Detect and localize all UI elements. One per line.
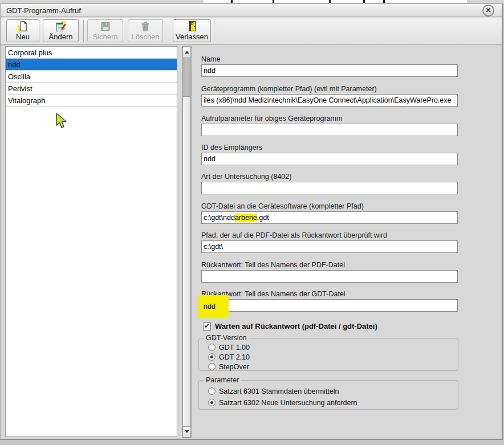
list-item-oscilla[interactable]: Oscilla <box>6 71 177 83</box>
list-item-label: Vitalograph <box>8 96 46 105</box>
gdt-version-group-title: GDT-Version <box>204 334 249 342</box>
window-title: GDT-Programm-Aufruf <box>6 6 81 15</box>
radio-label: Satzart 6302 Neue Untersuchung anfordern <box>219 399 357 407</box>
receiver-id-label: ID des Empfängers <box>201 144 262 152</box>
title-bar[interactable]: GDT-Programm-Aufruf ✕ <box>1 4 502 17</box>
radio-stepover[interactable]: StepOver <box>208 362 249 371</box>
device-list: Corporal plus ndd Oscilla Perivist Vital… <box>5 46 177 437</box>
gdt-name-part-label: Rückantwort: Teil des Namens der GDT-Dat… <box>201 290 346 298</box>
exit-button-label: Verlassen <box>176 32 208 41</box>
new-button-label: Neu <box>16 32 30 41</box>
edit-icon <box>55 21 67 32</box>
list-item-label: Corporal plus <box>8 48 52 57</box>
radio-gdt-2-10[interactable]: GDT 2.10 <box>208 353 250 361</box>
list-item-vitalograph[interactable]: Vitalograph <box>6 95 177 107</box>
background-text-fragment <box>363 0 365 3</box>
pdf-check-path-label: Pfad, der auf die PDF-Datei als Rückantw… <box>201 231 387 239</box>
save-button-label: Sichern <box>92 32 117 41</box>
exit-button[interactable]: Verlassen <box>173 19 211 42</box>
list-item-label: ndd <box>8 60 21 69</box>
list-item-label: Oscilla <box>8 72 30 81</box>
radio-gdt-1-00[interactable]: GDT 1.00 <box>208 343 250 352</box>
scroll-up-button[interactable] <box>182 47 191 58</box>
list-item-ndd[interactable]: ndd <box>6 59 177 71</box>
list-scrollbar[interactable] <box>182 46 192 438</box>
trash-icon <box>139 21 152 32</box>
parameter-group-title: Parameter <box>204 376 241 384</box>
call-parameter-input[interactable] <box>201 124 458 136</box>
gdt-file-value-end: .gdt <box>257 214 269 222</box>
close-button[interactable]: ✕ <box>482 5 494 17</box>
save-button[interactable]: Sichern <box>87 19 123 42</box>
pdf-name-part-input[interactable] <box>201 270 458 283</box>
close-icon: ✕ <box>485 6 491 14</box>
background-text-fragment <box>383 0 385 3</box>
gdt-version-group: GDT-Version GDT 1.00 GDT 2.10 StepOver <box>198 338 458 371</box>
radio-button[interactable] <box>208 387 216 395</box>
floppy-disk-icon <box>99 21 112 32</box>
gdt-file-input[interactable]: c:\gdt\nddarbene.gdt <box>201 211 458 224</box>
radio-button[interactable] <box>208 353 216 361</box>
background-text-fragment <box>231 0 233 3</box>
change-button-label: Ändern <box>49 32 73 41</box>
name-label: Name <box>201 55 220 63</box>
program-path-input[interactable] <box>201 94 458 107</box>
pdf-check-path-input[interactable] <box>201 240 458 253</box>
exam-type-input[interactable] <box>201 182 458 194</box>
gdt-name-part-input[interactable] <box>201 299 458 312</box>
exam-type-label: Art der Untersuchung (8402) <box>201 173 291 181</box>
toolbar-divider <box>83 20 84 42</box>
background-text-fragment <box>329 0 331 3</box>
receiver-id-input[interactable] <box>201 153 458 165</box>
scrollbar-thumb[interactable] <box>182 96 191 427</box>
radio-button[interactable] <box>208 399 216 406</box>
radio-satzart-6302[interactable]: Satzart 6302 Neue Untersuchung anfordern <box>208 398 357 407</box>
call-parameter-label: Aufrufparameter für obiges Geräteprogram… <box>201 115 342 123</box>
name-input[interactable] <box>201 64 458 77</box>
list-item-corporal-plus[interactable]: Corporal plus <box>6 47 177 59</box>
arrow-up-icon <box>185 51 189 54</box>
wait-checkbox-row[interactable]: Warten auf Rückantwort (pdf-Datei / gdt-… <box>203 322 377 330</box>
radio-satzart-6301[interactable]: Satzart 6301 Stammdaten übermitteln <box>208 387 339 395</box>
delete-button[interactable]: Löschen <box>128 19 163 42</box>
gdt-file-value-start: c:\gdt\ndd <box>204 214 235 222</box>
delete-button-label: Löschen <box>131 32 159 41</box>
toolbar: Neu <box>1 18 502 44</box>
parameter-group: Parameter Satzart 6301 Stammdaten übermi… <box>198 380 458 410</box>
wait-checkbox[interactable] <box>203 322 211 330</box>
list-item-perivist[interactable]: Perivist <box>6 83 177 95</box>
radio-label: Satzart 6301 Stammdaten übermitteln <box>219 387 339 395</box>
list-item-label: Perivist <box>8 84 32 93</box>
arrow-down-icon <box>185 430 189 433</box>
exit-door-icon <box>186 21 198 32</box>
new-document-icon <box>17 21 29 32</box>
radio-label: GDT 1.00 <box>219 344 250 352</box>
screen: GDT-Programm-Aufruf ✕ <box>0 0 504 445</box>
gdt-program-call-dialog: GDT-Programm-Aufruf ✕ <box>0 3 503 440</box>
radio-button[interactable] <box>208 344 216 351</box>
radio-label: StepOver <box>219 363 249 371</box>
pdf-name-part-label: Rückantwort: Teil des Namens der PDF-Dat… <box>201 261 345 269</box>
toolbar-divider <box>214 20 214 42</box>
change-button[interactable]: Ändern <box>43 19 79 42</box>
new-button[interactable]: Neu <box>6 19 39 42</box>
background-text-fragment <box>273 0 274 3</box>
gdt-file-label: GDT-Datei an die Gerätesoftware (komplet… <box>201 202 364 210</box>
wait-checkbox-label: Warten auf Rückantwort (pdf-Datei / gdt-… <box>215 322 377 330</box>
radio-button[interactable] <box>208 363 216 370</box>
program-path-label: Geräteprogramm (kompletter Pfad) (evtl m… <box>201 85 377 93</box>
gdt-file-value-highlighted: arbene <box>235 214 257 222</box>
radio-label: GDT 2.10 <box>219 353 250 361</box>
scroll-down-button[interactable] <box>182 426 191 438</box>
